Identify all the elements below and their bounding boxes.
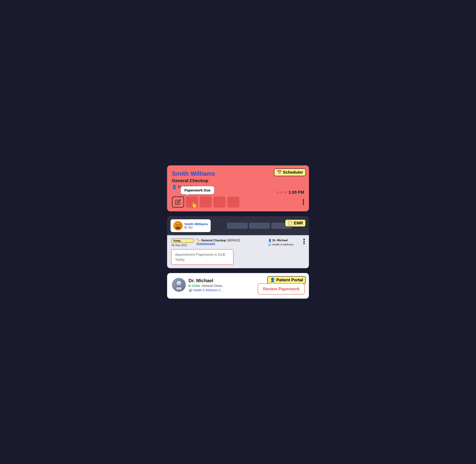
portal-badge-label: Patient Portal (276, 278, 303, 282)
doctor-icon-emr: 👤 (268, 239, 272, 242)
service-label-text: SERVICE (227, 239, 240, 242)
edit-button[interactable] (172, 196, 184, 208)
dot-3 (284, 191, 287, 193)
svg-rect-11 (176, 287, 181, 290)
dot-2 (280, 191, 283, 193)
building-icon-emr: 🏢 (268, 243, 271, 246)
portal-doctor-name: Dr. Michael (188, 278, 225, 283)
doctor-avatar (172, 278, 186, 292)
action-btn-3[interactable] (200, 196, 212, 208)
doctor-column: 👤 Dr. Michael 🏢 Health & Wellness (268, 239, 299, 246)
facility-name-emr: Health & Wellness (272, 243, 294, 246)
doctor-status: In Clinic General Check... (188, 284, 225, 288)
appointment-time: 1:00 PM (288, 190, 304, 195)
portal-service: General Check... (202, 284, 225, 288)
action-btn-5[interactable] (227, 196, 239, 208)
action-btn-2[interactable] (186, 196, 198, 208)
doctor-avatar-svg (174, 280, 184, 290)
edit-icon (175, 199, 181, 205)
facility-info: 🏢 Health & Wellness (268, 243, 299, 246)
portal-badge: 👤 Patient Portal (267, 276, 306, 284)
status-dots (277, 191, 287, 193)
edit-service-icon: ✏️ (197, 239, 200, 242)
patient-chip: Smith Williams M, 32y (170, 219, 211, 232)
building-icon-portal: 🏢 (188, 289, 192, 292)
portal-facility: 🏢 Health & Wellness C... (188, 289, 225, 292)
emr-dot-1 (303, 239, 305, 240)
svg-point-10 (179, 283, 180, 283)
dot-menu-1 (303, 199, 304, 201)
emr-header: Smith Williams M, 32y 📋 EMR (167, 216, 309, 235)
avatar-svg (175, 222, 181, 229)
emr-card: Smith Williams M, 32y 📋 EMR Today 06-Sep… (167, 216, 309, 268)
review-paperwork-button[interactable]: Review Paperwork (258, 283, 305, 294)
svg-point-9 (178, 283, 178, 283)
emr-tab-1[interactable] (227, 222, 248, 229)
dot-1 (277, 191, 279, 193)
doctor-name-emr-text: Dr. Michael (272, 239, 288, 242)
paperwork-tooltip: Paperwork Due (181, 186, 214, 194)
emr-tab-2[interactable] (249, 222, 270, 229)
dot-menu-2 (303, 201, 304, 203)
date-column: Today 06-Sep-2021 (171, 239, 194, 247)
emr-appointment-row: Today 06-Sep-2021 ✏️ General Checkup SER… (171, 239, 305, 247)
actions-row: Paperwork Due 👆 (172, 196, 304, 208)
doctor-icon: 👤 (172, 184, 177, 189)
service-name: General Checkup (201, 239, 226, 242)
appointment-type: General Checkup (172, 178, 304, 183)
dot-menu-3 (303, 203, 304, 205)
emr-body: Today 06-Sep-2021 ✏️ General Checkup SER… (167, 235, 309, 268)
patient-portal-card: 👤 Patient Portal Dr. Michael In (167, 273, 309, 299)
emr-badge-label: EMR (294, 221, 303, 225)
doctor-details: Dr. Michael In Clinic General Check... 🏢… (188, 278, 225, 292)
service-column: ✏️ General Checkup SERVICE Questionnaire (197, 239, 265, 245)
svg-point-1 (176, 227, 180, 229)
scheduler-card: 📅 Scheduler Smith Williams General Check… (167, 165, 309, 211)
patient-demo: M, 32y (184, 226, 208, 229)
appointment-date: 06-Sep-2021 (171, 244, 194, 247)
emr-badge-icon: 📋 (288, 221, 293, 225)
patient-avatar (173, 221, 183, 230)
emr-badge: 📋 EMR (285, 219, 306, 227)
calendar-icon: 📅 (277, 170, 282, 175)
scheduler-badge: 📅 Scheduler (274, 168, 306, 176)
emr-more-options[interactable] (303, 239, 305, 244)
portal-badge-icon: 👤 (270, 278, 275, 282)
emr-doctor-name: 👤 Dr. Michael (268, 239, 299, 242)
action-btn-4[interactable] (213, 196, 226, 208)
emr-patient-name: Smith Williams (184, 222, 208, 226)
patient-info: Smith Williams M, 32y (184, 222, 208, 229)
in-clinic-status: In Clinic (188, 284, 200, 288)
today-badge: Today (171, 239, 194, 243)
scheduler-label: Scheduler (283, 170, 303, 175)
questionnaire-link[interactable]: Questionnaire (197, 242, 265, 245)
more-options[interactable] (303, 199, 304, 205)
emr-dot-3 (303, 243, 305, 244)
paperwork-alert: Appointment Paperwork is DUE Today (171, 249, 234, 265)
emr-dot-2 (303, 241, 305, 242)
service-title: ✏️ General Checkup SERVICE (197, 239, 265, 242)
facility-name-portal: Health & Wellness C... (193, 289, 223, 292)
svg-point-2 (177, 223, 179, 226)
